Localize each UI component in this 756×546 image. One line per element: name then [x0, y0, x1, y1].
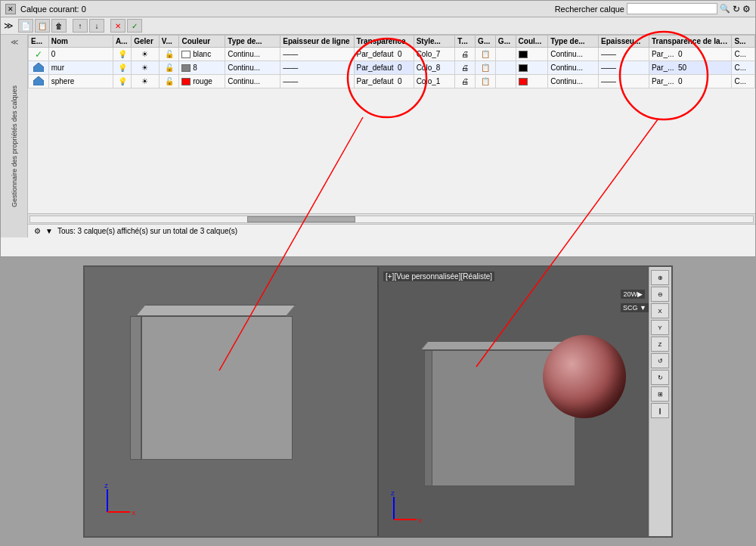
row-lineweight2[interactable]: —— [599, 61, 649, 75]
svg-text:X: X [132, 510, 136, 517]
row-t[interactable]: 🖨 [455, 61, 476, 75]
row-color2[interactable] [516, 61, 548, 75]
row-linetype[interactable]: Continu... [225, 75, 280, 88]
svg-text:Z: Z [104, 482, 108, 489]
ctrl-btn-1[interactable]: ⊕ [651, 270, 669, 285]
ctrl-btn-3[interactable]: X [651, 303, 669, 318]
col-linetype: Type de... [225, 36, 280, 48]
row-name[interactable]: 0 [48, 48, 113, 61]
table-header-row: E... Nom A... Geler V... Couleur Type de… [29, 36, 755, 48]
row-lock[interactable]: 🔓 [159, 48, 179, 61]
scrollbar-track[interactable] [29, 216, 754, 223]
left-sidebar: ≪ Gestionnaire des propriétés des calque… [1, 35, 28, 237]
row-name[interactable]: mur [48, 61, 113, 75]
row-linetype[interactable]: Continu... [225, 61, 280, 75]
col-linetype2: Type de... [548, 36, 599, 48]
col-t: T... [455, 36, 476, 48]
move-down-button[interactable]: ↓ [89, 19, 104, 33]
row-sun[interactable]: ☀ [132, 75, 159, 88]
status-bar: ⚙ ▼ Tous: 3 calque(s) affiché(s) sur un … [28, 224, 755, 237]
row-bulb[interactable]: 💡 [113, 48, 131, 61]
row-style[interactable]: Colo_8 [414, 61, 455, 75]
row-lineweight2[interactable]: —— [599, 75, 649, 88]
row-lineweight[interactable]: —— [280, 75, 354, 88]
row-style[interactable]: Colo_1 [414, 75, 455, 88]
row-s[interactable]: C... [732, 48, 755, 61]
row-s[interactable]: C... [732, 61, 755, 75]
table-scroll[interactable]: E... Nom A... Geler V... Couleur Type de… [28, 35, 755, 213]
row-color2[interactable] [516, 75, 548, 88]
row-lock[interactable]: 🔓 [159, 75, 179, 88]
row-transparency[interactable]: Par_defaut 0 [354, 61, 414, 75]
status-text: Tous: 3 calque(s) affiché(s) sur un tota… [57, 227, 237, 235]
ctrl-btn-9[interactable]: ∥ [651, 403, 669, 418]
col-lock: V... [159, 36, 179, 48]
row-name[interactable]: sphere [48, 75, 113, 88]
row-lineweight[interactable]: —— [280, 61, 354, 75]
search-input[interactable] [627, 3, 717, 14]
row-t[interactable]: 🖨 [455, 48, 476, 61]
ctrl-btn-6[interactable]: ↺ [651, 353, 669, 368]
row-transparency[interactable]: Par_defaut 0 [354, 48, 414, 61]
table-row[interactable]: sphere 💡 ☀ 🔓 rouge Continu... —— Par_def… [29, 75, 755, 88]
main-content: E... Nom A... Geler V... Couleur Type de… [28, 35, 755, 237]
svg-marker-0 [33, 63, 44, 72]
ctrl-btn-7[interactable]: ↻ [651, 370, 669, 385]
new-layer-vp-button[interactable]: 📋 [35, 19, 50, 33]
table-row[interactable]: ✓ 0 💡 ☀ 🔓 blanc Continu... —— Par_defaut… [29, 48, 755, 61]
ctrl-btn-5[interactable]: Z [651, 337, 669, 352]
ctrl-btn-2[interactable]: ⊖ [651, 287, 669, 302]
apply-button[interactable]: ✓ [127, 19, 142, 33]
search-icon[interactable]: 🔍 [720, 4, 730, 14]
row-bulb[interactable]: 💡 [113, 75, 131, 88]
row-color[interactable]: 8 [179, 61, 225, 75]
horizontal-scrollbar[interactable] [28, 213, 755, 224]
viewport-scg-label: SCG ▼ [621, 303, 649, 312]
wall-front [141, 316, 293, 460]
row-sun[interactable]: ☀ [132, 48, 159, 61]
row-g[interactable]: 📋 [476, 75, 496, 88]
ctrl-btn-4[interactable]: Y [651, 320, 669, 335]
row-lineweight2[interactable]: —— [599, 48, 649, 61]
row-sun[interactable]: ☀ [132, 61, 159, 75]
row-vp-transparency[interactable]: Par_... 50 [649, 61, 731, 75]
close-button[interactable]: ✕ [5, 4, 16, 14]
row-lineweight[interactable]: —— [280, 48, 354, 61]
row-style[interactable]: Colo_7 [414, 48, 455, 61]
row-vp-transparency[interactable]: Par_... 0 [649, 48, 731, 61]
scrollbar-thumb[interactable] [247, 216, 355, 222]
row-color2[interactable] [516, 48, 548, 61]
delete-layer-button[interactable]: 🗑 [51, 19, 67, 33]
ctrl-btn-8[interactable]: ⊞ [651, 386, 669, 402]
row-linetype2[interactable]: Continu... [548, 75, 599, 88]
layer-table: E... Nom A... Geler V... Couleur Type de… [28, 35, 755, 88]
row-t[interactable]: 🖨 [455, 75, 476, 88]
row-lock[interactable]: 🔓 [159, 61, 179, 75]
row-transparency[interactable]: Par_defaut 0 [354, 75, 414, 88]
row-linetype2[interactable]: Continu... [548, 48, 599, 61]
viewport-left[interactable]: Z X [85, 267, 379, 536]
row-linetype[interactable]: Continu... [225, 48, 280, 61]
table-row[interactable]: mur 💡 ☀ 🔓 8 Continu... —— Par_defaut 0 C… [29, 61, 755, 75]
row-g[interactable]: 📋 [476, 48, 496, 61]
right-controls: ⊕ ⊖ X Y Z ↺ ↻ ⊞ ∥ [649, 267, 671, 536]
row-g[interactable]: 📋 [476, 61, 496, 75]
sidebar-collapse-arrow[interactable]: ≪ [11, 38, 18, 46]
row-linetype2[interactable]: Continu... [548, 61, 599, 75]
row-g2 [495, 48, 516, 61]
new-layer-button[interactable]: 📄 [18, 19, 33, 33]
row-vp-transparency[interactable]: Par_... 0 [649, 75, 731, 88]
move-up-button[interactable]: ↑ [73, 19, 88, 33]
refresh-icon[interactable]: ↻ [733, 4, 740, 14]
row-color[interactable]: blanc [179, 48, 225, 61]
col-color2: Coul... [516, 36, 548, 48]
row-color[interactable]: rouge [179, 75, 225, 88]
settings-icon[interactable]: ⚙ [742, 4, 751, 14]
delete-button[interactable]: ✕ [110, 19, 125, 33]
row-bulb[interactable]: 💡 [113, 61, 131, 75]
row-s[interactable]: C... [732, 75, 755, 88]
col-name[interactable]: Nom [48, 36, 113, 48]
expand-icon[interactable]: ≫ [4, 20, 14, 31]
viewport-right[interactable]: [+][Vue personnalisée][Réaliste] 20W▶ SC… [379, 267, 671, 536]
arrow-icon: ▼ [45, 227, 53, 235]
